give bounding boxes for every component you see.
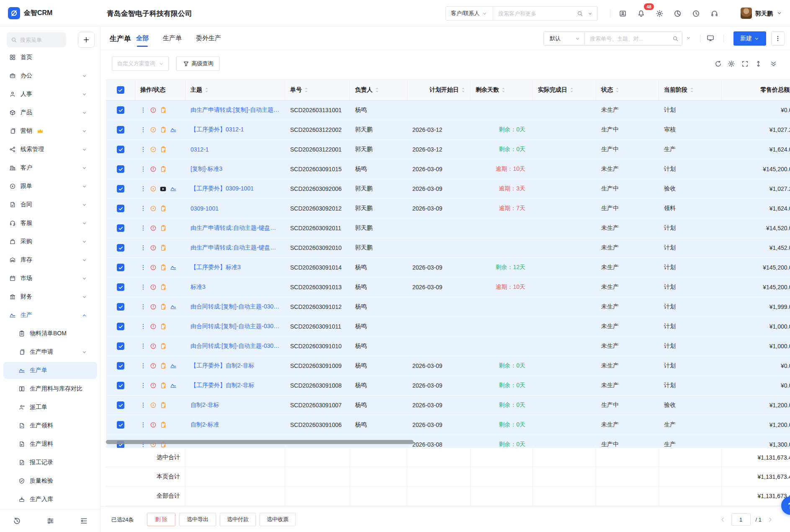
clipboard-add-icon[interactable] [160, 421, 167, 429]
sidebar-item-1[interactable]: 办公 [0, 67, 100, 85]
clipboard-add-icon[interactable] [160, 284, 167, 291]
play-status-icon[interactable] [149, 126, 157, 134]
list-search-input[interactable] [585, 36, 672, 42]
horizontal-scrollbar[interactable] [106, 440, 414, 444]
play-status-icon[interactable] [149, 185, 157, 193]
sidebar-subitem-9[interactable]: 生产入库 [0, 490, 100, 509]
row-topic-link[interactable]: 0309-1001 [185, 199, 285, 218]
sidebar-subitem-7[interactable]: 报工记录 [0, 453, 100, 472]
clipboard-add-icon[interactable] [160, 402, 167, 409]
sidebar-item-12[interactable]: 市场 [0, 269, 100, 288]
outsource-process-icon[interactable] [170, 362, 177, 370]
history-icon[interactable] [13, 517, 21, 525]
sidebar-item-13[interactable]: 财务 [0, 288, 100, 306]
row-more-icon[interactable] [139, 185, 147, 193]
sidebar-item-2[interactable]: 人事 [0, 85, 100, 103]
row-topic-link[interactable]: 0312-1 [185, 140, 285, 159]
row-topic-link[interactable]: 由合同转成:[复制]-自动主题-0309... [185, 337, 285, 356]
fullscreen-icon[interactable] [741, 60, 749, 67]
pie-chart-icon[interactable] [673, 9, 682, 18]
row-checkbox[interactable] [117, 205, 124, 212]
row-topic-link[interactable]: 标准3 [185, 278, 285, 297]
row-checkbox[interactable] [117, 382, 124, 389]
add-menu-button[interactable] [78, 32, 95, 48]
clipboard-add-icon[interactable] [160, 343, 167, 350]
user-name[interactable]: 郭天鹏 [755, 10, 773, 18]
column-header-0[interactable]: 操作/状态 [135, 80, 185, 100]
sidebar-item-0[interactable]: 首页 [0, 48, 100, 67]
warning-icon[interactable] [149, 225, 157, 232]
tab-2[interactable]: 委外生产 [196, 26, 221, 50]
monitor-icon[interactable] [707, 34, 714, 42]
sidebar-item-5[interactable]: 线索管理 [0, 140, 100, 159]
menu-search-input[interactable] [20, 37, 62, 43]
clipboard-add-icon[interactable] [160, 146, 167, 153]
outsource-process-icon[interactable] [170, 382, 177, 389]
clipboard-add-icon[interactable] [160, 382, 167, 389]
table-row[interactable]: 由生产申请转成:自动主题-键盘／... SCD202603092011 郭天鹏 … [106, 218, 790, 238]
sort-icon[interactable] [502, 87, 505, 93]
advanced-query-button[interactable]: 高级查询 [176, 57, 220, 71]
row-checkbox[interactable] [117, 342, 124, 350]
warning-icon[interactable] [149, 244, 157, 252]
warning-icon[interactable] [149, 166, 157, 173]
table-row[interactable]: 【工序委外】0309-1001 SCD202603092006 郭天鹏 2026… [106, 179, 790, 199]
clipboard-add-icon[interactable] [160, 205, 167, 212]
sort-icon[interactable] [615, 87, 619, 93]
warning-icon[interactable] [149, 343, 157, 350]
menu-config-icon[interactable] [80, 517, 88, 525]
row-topic-link[interactable]: 【工序委外】0312-1 [185, 120, 285, 139]
row-more-icon[interactable] [139, 126, 147, 134]
warning-icon[interactable] [149, 362, 157, 370]
clipboard-add-icon[interactable] [160, 264, 167, 271]
column-header-6[interactable]: 实际完成日 [533, 80, 596, 100]
sidebar-item-4[interactable]: 营销 [0, 122, 100, 140]
row-checkbox[interactable] [117, 323, 124, 330]
table-row[interactable]: 【工序委外】标准3 SCD202603091014 杨鸣 2026-03-09 … [106, 258, 790, 278]
row-topic-link[interactable]: 由生产申请转成:自动主题-键盘／... [185, 218, 285, 238]
row-more-icon[interactable] [139, 225, 147, 232]
row-topic-link[interactable]: 由合同转成:[复制]-自动主题-0309... [185, 297, 285, 316]
notification-bell-icon[interactable] [637, 9, 645, 18]
sort-icon[interactable] [461, 87, 465, 93]
warning-icon[interactable] [149, 303, 157, 311]
clipboard-add-icon[interactable] [160, 107, 167, 114]
sidebar-item-8[interactable]: 合同 [0, 195, 100, 214]
play-status-icon[interactable] [149, 146, 157, 153]
warning-icon[interactable] [149, 421, 157, 429]
row-more-icon[interactable] [139, 166, 147, 173]
sidebar-subitem-4[interactable]: 派工单 [0, 398, 100, 416]
footer-action-0[interactable]: 删 除 [147, 513, 175, 526]
tab-0[interactable]: 全部 [136, 26, 149, 50]
table-row[interactable]: 0312-1 SCD202603122001 郭天鹏 2026-03-12 剩余… [106, 140, 790, 159]
row-more-icon[interactable] [139, 323, 147, 330]
row-checkbox[interactable] [117, 146, 124, 153]
table-row[interactable]: 自制2-标准 SCD202603091006 杨鸣 2026-03-09 剩余：… [106, 415, 790, 435]
column-header-1[interactable]: 主题 [185, 80, 285, 100]
footer-action-1[interactable]: 选中导出 [179, 513, 216, 526]
clipboard-add-icon[interactable] [160, 362, 167, 370]
row-checkbox[interactable] [117, 362, 124, 370]
row-checkbox[interactable] [117, 303, 124, 311]
column-header-9[interactable]: 零售价总额 [722, 80, 790, 100]
clipboard-add-icon[interactable] [160, 244, 167, 252]
table-row[interactable]: 由生产申请转成:自动主题-键盘／... SCD202603092010 郭天鹏 … [106, 238, 790, 258]
row-more-icon[interactable] [139, 205, 147, 212]
global-search-input[interactable] [493, 7, 577, 20]
more-actions-button[interactable] [771, 31, 785, 46]
settings-gear-icon[interactable] [655, 9, 664, 18]
refresh-icon[interactable] [714, 60, 722, 67]
outsource-process-icon[interactable] [170, 185, 177, 193]
row-topic-link[interactable]: [复制]-标准3 [185, 159, 285, 179]
search-icon[interactable] [577, 10, 583, 17]
sidebar-subitem-2[interactable]: 生产单 [0, 361, 100, 380]
row-more-icon[interactable] [139, 402, 147, 409]
table-row[interactable]: 【工序委外】自制2-非标 SCD202603091008 杨鸣 2026-03-… [106, 376, 790, 396]
row-more-icon[interactable] [139, 343, 147, 350]
table-row[interactable]: 由合同转成:[复制]-自动主题-0309... SCD202603091012 … [106, 297, 790, 317]
chevron-down-icon[interactable] [587, 11, 593, 16]
column-header-3[interactable]: 负责人 [350, 80, 407, 100]
outsource-process-icon[interactable] [170, 303, 177, 311]
sort-icon[interactable] [690, 87, 694, 93]
column-header-4[interactable]: 计划开始日 [407, 80, 471, 100]
